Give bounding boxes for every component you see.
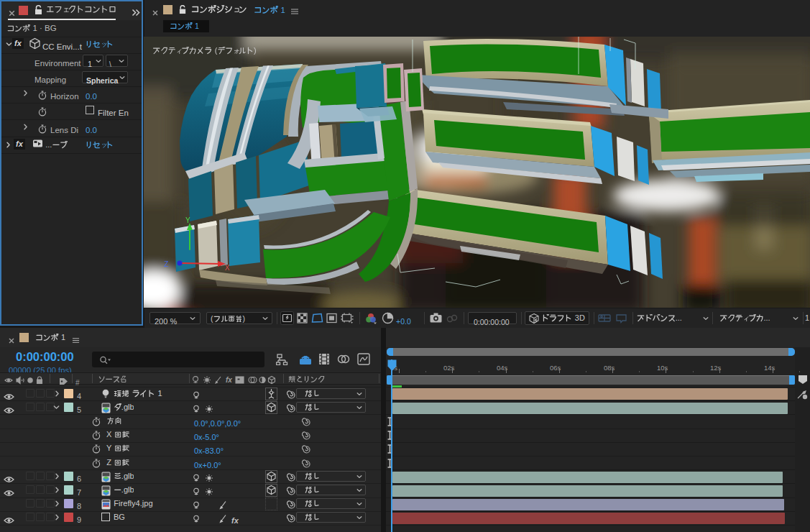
svg-text:.glb: .glb (121, 403, 134, 411)
svg-text:(: ( (211, 315, 213, 323)
svg-text:Y: Y (185, 216, 190, 224)
svg-text:1: 1 (281, 6, 285, 14)
svg-text:1: 1 (195, 22, 199, 30)
svg-text:X: X (106, 431, 114, 439)
svg-text:Firefly4.jpg: Firefly4.jpg (114, 500, 152, 508)
svg-text:.glb: .glb (121, 472, 134, 480)
svg-text:(: ( (215, 47, 218, 55)
svg-text:...: ... (676, 314, 682, 322)
svg-text:Z: Z (106, 459, 114, 467)
svg-text:1: 1 (61, 334, 65, 341)
svg-text:1 · BG: 1 · BG (32, 24, 56, 32)
svg-text:): ) (254, 47, 257, 55)
svg-text:...: ... (763, 314, 770, 322)
svg-text:1: 1 (805, 314, 810, 322)
svg-text:3D: 3D (575, 314, 585, 322)
svg-text:Y: Y (106, 444, 114, 452)
svg-text:...: ... (45, 141, 52, 149)
svg-text:1: 1 (158, 390, 162, 398)
svg-text:.glb: .glb (121, 486, 134, 494)
svg-text:): ) (242, 315, 244, 323)
svg-text:X: X (225, 264, 230, 272)
svg-text:BG: BG (114, 513, 125, 521)
svg-text:fx: fx (226, 376, 232, 384)
svg-text:Z: Z (164, 260, 168, 268)
